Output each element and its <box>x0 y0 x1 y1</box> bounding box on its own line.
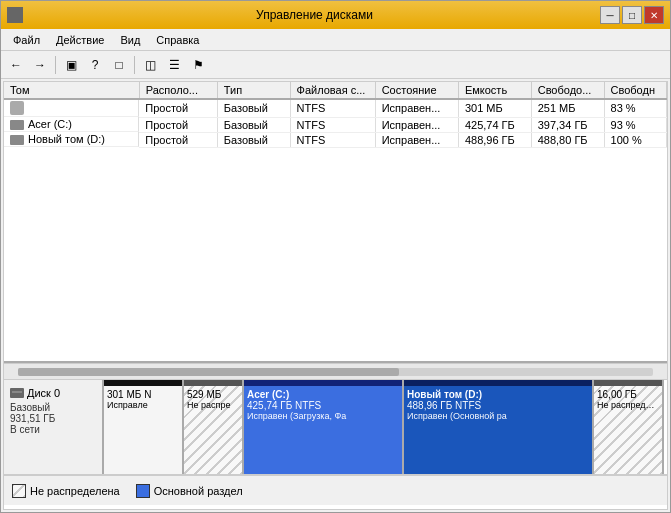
disk0-net: В сети <box>10 424 96 435</box>
col-header-location[interactable]: Располо... <box>139 82 217 99</box>
partition-top-bar <box>184 380 242 386</box>
disk0-size: 931,51 ГБ <box>10 413 96 424</box>
row2-status: Исправен... <box>375 132 458 147</box>
row2-name: Новый том (D:) <box>4 132 139 147</box>
maximize-button[interactable]: □ <box>622 6 642 24</box>
row1-location: Простой <box>139 117 217 132</box>
table-row[interactable]: Простой Базовый NTFS Исправен... 301 МБ … <box>4 99 667 117</box>
row0-freepct: 83 % <box>604 99 666 117</box>
disk0-partitions: 301 МБ N Исправле 529 МБ Не распре Acer … <box>104 380 667 474</box>
close-button[interactable]: ✕ <box>644 6 664 24</box>
toolbar-btn-3[interactable]: ▣ <box>60 54 82 76</box>
table-row[interactable]: Acer (C:) Простой Базовый NTFS Исправен.… <box>4 117 667 132</box>
row0-capacity: 301 МБ <box>458 99 531 117</box>
row0-name <box>4 100 139 117</box>
table-row[interactable]: Новый том (D:) Простой Базовый NTFS Испр… <box>4 132 667 147</box>
partition-acer-c[interactable]: Acer (C:) 425,74 ГБ NTFS Исправен (Загру… <box>244 380 404 474</box>
toolbar-btn-4[interactable]: ? <box>84 54 106 76</box>
svg-rect-1 <box>12 391 22 393</box>
row2-freepct: 100 % <box>604 132 666 147</box>
menu-help[interactable]: Справка <box>148 32 207 48</box>
toolbar-separator-2 <box>134 56 135 74</box>
partition-top-bar <box>104 380 182 386</box>
legend-primary: Основной раздел <box>136 484 243 498</box>
row0-fs: NTFS <box>290 99 375 117</box>
row2-free: 488,80 ГБ <box>531 132 604 147</box>
window-title: Управление дисками <box>29 8 600 22</box>
legend-swatch-unalloc <box>12 484 26 498</box>
row0-status: Исправен... <box>375 99 458 117</box>
menu-bar: Файл Действие Вид Справка <box>1 29 670 51</box>
toolbar-btn-5[interactable]: □ <box>108 54 130 76</box>
row1-type: Базовый <box>217 117 290 132</box>
drive-icon-d <box>10 135 24 145</box>
col-header-tom[interactable]: Том <box>4 82 139 99</box>
back-button[interactable]: ← <box>5 54 27 76</box>
disk0-label: Диск 0 Базовый 931,51 ГБ В сети <box>4 380 104 474</box>
toolbar: ← → ▣ ? □ ◫ ☰ ⚑ <box>1 51 670 79</box>
disk-icon <box>10 386 24 400</box>
toolbar-btn-7[interactable]: ☰ <box>163 54 185 76</box>
minimize-button[interactable]: ─ <box>600 6 620 24</box>
col-header-free2[interactable]: Свободн <box>604 82 666 99</box>
row2-capacity: 488,96 ГБ <box>458 132 531 147</box>
legend-bar: Не распределена Основной раздел <box>4 475 667 505</box>
scrollbar-track <box>18 368 653 376</box>
app-icon <box>7 7 23 23</box>
volumes-table: Том Располо... Тип Файловая с... Состоян… <box>4 82 667 148</box>
legend-unallocated: Не распределена <box>12 484 120 498</box>
toolbar-btn-6[interactable]: ◫ <box>139 54 161 76</box>
row2-location: Простой <box>139 132 217 147</box>
toolbar-btn-8[interactable]: ⚑ <box>187 54 209 76</box>
partition-top-bar <box>244 380 402 386</box>
disk0-type: Базовый <box>10 402 96 413</box>
table-scrollbar[interactable] <box>4 363 667 379</box>
col-header-capacity[interactable]: Емкость <box>458 82 531 99</box>
disk0-name: Диск 0 <box>10 386 96 400</box>
row0-free: 251 МБ <box>531 99 604 117</box>
row1-name: Acer (C:) <box>4 117 139 132</box>
partition-new-d[interactable]: Новый том (D:) 488,96 ГБ NTFS Исправен (… <box>404 380 594 474</box>
row2-type: Базовый <box>217 132 290 147</box>
disk-icon-0 <box>10 101 24 115</box>
partition-top-bar <box>594 380 662 386</box>
menu-view[interactable]: Вид <box>112 32 148 48</box>
row1-capacity: 425,74 ГБ <box>458 117 531 132</box>
scrollbar-thumb <box>18 368 399 376</box>
row1-status: Исправен... <box>375 117 458 132</box>
row0-location: Простой <box>139 99 217 117</box>
row0-type: Базовый <box>217 99 290 117</box>
col-header-status[interactable]: Состояние <box>375 82 458 99</box>
menu-action[interactable]: Действие <box>48 32 112 48</box>
main-content: Том Располо... Тип Файловая с... Состоян… <box>3 81 668 510</box>
legend-swatch-primary <box>136 484 150 498</box>
partition-top-bar <box>404 380 592 386</box>
row1-free: 397,34 ГБ <box>531 117 604 132</box>
row1-freepct: 93 % <box>604 117 666 132</box>
col-header-fs[interactable]: Файловая с... <box>290 82 375 99</box>
window-controls: ─ □ ✕ <box>600 6 664 24</box>
partition-529mb[interactable]: 529 МБ Не распре <box>184 380 244 474</box>
row2-fs: NTFS <box>290 132 375 147</box>
col-header-type[interactable]: Тип <box>217 82 290 99</box>
row1-fs: NTFS <box>290 117 375 132</box>
disk0-row: Диск 0 Базовый 931,51 ГБ В сети 301 МБ N… <box>4 380 667 475</box>
menu-file[interactable]: Файл <box>5 32 48 48</box>
toolbar-separator-1 <box>55 56 56 74</box>
partition-16gb[interactable]: 16,00 ГБ Не распределена <box>594 380 664 474</box>
main-window: Управление дисками ─ □ ✕ Файл Действие В… <box>0 0 671 513</box>
volumes-table-panel: Том Располо... Тип Файловая с... Состоян… <box>4 82 667 363</box>
drive-icon-c <box>10 120 24 130</box>
partition-301mb[interactable]: 301 МБ N Исправле <box>104 380 184 474</box>
forward-button[interactable]: → <box>29 54 51 76</box>
legend-label-unalloc: Не распределена <box>30 485 120 497</box>
legend-label-primary: Основной раздел <box>154 485 243 497</box>
disk-layout-panel: Диск 0 Базовый 931,51 ГБ В сети 301 МБ N… <box>4 379 667 509</box>
title-bar: Управление дисками ─ □ ✕ <box>1 1 670 29</box>
col-header-free1[interactable]: Свободо... <box>531 82 604 99</box>
